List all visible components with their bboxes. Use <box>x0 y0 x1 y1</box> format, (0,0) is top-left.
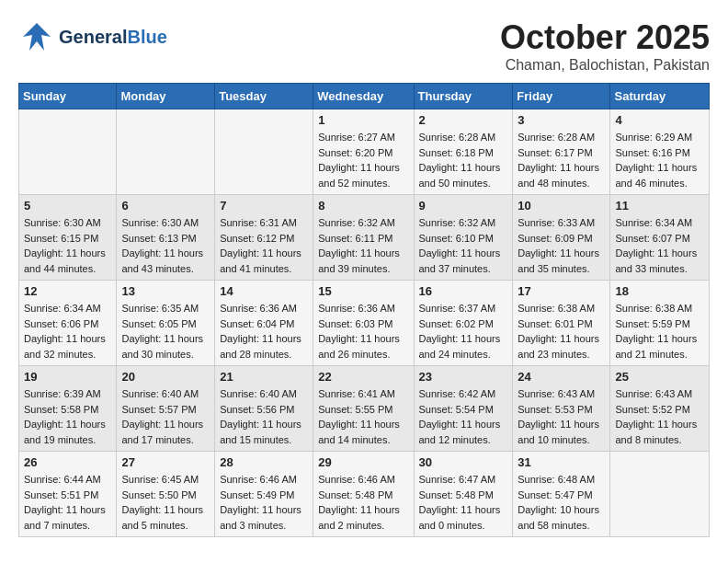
cell-info: Sunrise: 6:30 AM Sunset: 6:15 PM Dayligh… <box>24 215 111 276</box>
page-header: GeneralBlue October 2025 Chaman, Balochi… <box>18 18 710 74</box>
cell-info: Sunrise: 6:36 AM Sunset: 6:03 PM Dayligh… <box>318 301 408 362</box>
cell-info: Sunrise: 6:34 AM Sunset: 6:06 PM Dayligh… <box>24 301 111 362</box>
cell-info: Sunrise: 6:43 AM Sunset: 5:52 PM Dayligh… <box>615 386 704 447</box>
day-number: 24 <box>518 370 605 384</box>
calendar-cell: 26Sunrise: 6:44 AM Sunset: 5:51 PM Dayli… <box>19 452 117 537</box>
cell-info: Sunrise: 6:30 AM Sunset: 6:13 PM Dayligh… <box>121 215 210 276</box>
day-number: 13 <box>121 284 210 298</box>
logo: GeneralBlue <box>18 18 167 55</box>
day-number: 17 <box>518 284 605 298</box>
calendar-cell: 11Sunrise: 6:34 AM Sunset: 6:07 PM Dayli… <box>610 195 710 281</box>
day-number: 9 <box>419 199 508 213</box>
header-thursday: Thursday <box>414 84 513 109</box>
cell-info: Sunrise: 6:42 AM Sunset: 5:54 PM Dayligh… <box>419 386 508 447</box>
calendar-cell: 27Sunrise: 6:45 AM Sunset: 5:50 PM Dayli… <box>117 452 215 537</box>
cell-info: Sunrise: 6:40 AM Sunset: 5:56 PM Dayligh… <box>220 386 308 447</box>
calendar-cell: 16Sunrise: 6:37 AM Sunset: 6:02 PM Dayli… <box>414 281 513 366</box>
cell-info: Sunrise: 6:32 AM Sunset: 6:10 PM Dayligh… <box>419 215 508 276</box>
calendar-week-3: 19Sunrise: 6:39 AM Sunset: 5:58 PM Dayli… <box>19 366 710 452</box>
day-number: 23 <box>419 370 508 384</box>
day-number: 29 <box>318 455 408 469</box>
calendar-cell: 7Sunrise: 6:31 AM Sunset: 6:12 PM Daylig… <box>215 195 313 281</box>
day-number: 19 <box>24 370 111 384</box>
calendar-cell: 17Sunrise: 6:38 AM Sunset: 6:01 PM Dayli… <box>513 281 610 366</box>
calendar-cell: 3Sunrise: 6:28 AM Sunset: 6:17 PM Daylig… <box>513 109 610 195</box>
calendar-cell: 14Sunrise: 6:36 AM Sunset: 6:04 PM Dayli… <box>215 281 313 366</box>
cell-info: Sunrise: 6:46 AM Sunset: 5:49 PM Dayligh… <box>220 472 308 533</box>
day-number: 26 <box>24 455 111 469</box>
cell-info: Sunrise: 6:41 AM Sunset: 5:55 PM Dayligh… <box>318 386 408 447</box>
cell-info: Sunrise: 6:39 AM Sunset: 5:58 PM Dayligh… <box>24 386 111 447</box>
day-number: 3 <box>518 113 605 127</box>
day-number: 1 <box>318 113 408 127</box>
day-number: 30 <box>419 455 508 469</box>
day-number: 15 <box>318 284 408 298</box>
calendar-cell: 24Sunrise: 6:43 AM Sunset: 5:53 PM Dayli… <box>513 366 610 452</box>
calendar-cell: 9Sunrise: 6:32 AM Sunset: 6:10 PM Daylig… <box>414 195 513 281</box>
day-number: 21 <box>220 370 308 384</box>
day-number: 10 <box>518 199 605 213</box>
header-sunday: Sunday <box>19 84 117 109</box>
calendar-cell: 4Sunrise: 6:29 AM Sunset: 6:16 PM Daylig… <box>610 109 710 195</box>
calendar-cell: 2Sunrise: 6:28 AM Sunset: 6:18 PM Daylig… <box>414 109 513 195</box>
calendar-week-1: 5Sunrise: 6:30 AM Sunset: 6:15 PM Daylig… <box>19 195 710 281</box>
cell-info: Sunrise: 6:48 AM Sunset: 5:47 PM Dayligh… <box>518 472 605 533</box>
day-number: 25 <box>615 370 704 384</box>
cell-info: Sunrise: 6:31 AM Sunset: 6:12 PM Dayligh… <box>220 215 308 276</box>
calendar-cell: 20Sunrise: 6:40 AM Sunset: 5:57 PM Dayli… <box>117 366 215 452</box>
cell-info: Sunrise: 6:47 AM Sunset: 5:48 PM Dayligh… <box>419 472 508 533</box>
calendar-cell: 15Sunrise: 6:36 AM Sunset: 6:03 PM Dayli… <box>313 281 414 366</box>
calendar-cell: 31Sunrise: 6:48 AM Sunset: 5:47 PM Dayli… <box>513 452 610 537</box>
logo-text: GeneralBlue <box>59 27 167 47</box>
day-number: 20 <box>121 370 210 384</box>
calendar-header-row: Sunday Monday Tuesday Wednesday Thursday… <box>19 84 710 109</box>
day-number: 31 <box>518 455 605 469</box>
cell-info: Sunrise: 6:32 AM Sunset: 6:11 PM Dayligh… <box>318 215 408 276</box>
location-title: Chaman, Balochistan, Pakistan <box>500 57 710 74</box>
title-block: October 2025 Chaman, Balochistan, Pakist… <box>500 18 710 74</box>
cell-info: Sunrise: 6:28 AM Sunset: 6:17 PM Dayligh… <box>518 130 605 190</box>
calendar-cell: 21Sunrise: 6:40 AM Sunset: 5:56 PM Dayli… <box>215 366 313 452</box>
day-number: 22 <box>318 370 408 384</box>
calendar-cell: 6Sunrise: 6:30 AM Sunset: 6:13 PM Daylig… <box>117 195 215 281</box>
cell-info: Sunrise: 6:44 AM Sunset: 5:51 PM Dayligh… <box>24 472 111 533</box>
calendar-cell: 1Sunrise: 6:27 AM Sunset: 6:20 PM Daylig… <box>313 109 414 195</box>
calendar-week-2: 12Sunrise: 6:34 AM Sunset: 6:06 PM Dayli… <box>19 281 710 366</box>
cell-info: Sunrise: 6:45 AM Sunset: 5:50 PM Dayligh… <box>121 472 210 533</box>
day-number: 28 <box>220 455 308 469</box>
cell-info: Sunrise: 6:36 AM Sunset: 6:04 PM Dayligh… <box>220 301 308 362</box>
calendar-cell: 22Sunrise: 6:41 AM Sunset: 5:55 PM Dayli… <box>313 366 414 452</box>
header-wednesday: Wednesday <box>313 84 414 109</box>
day-number: 6 <box>121 199 210 213</box>
cell-info: Sunrise: 6:46 AM Sunset: 5:48 PM Dayligh… <box>318 472 408 533</box>
day-number: 12 <box>24 284 111 298</box>
svg-marker-0 <box>23 23 51 51</box>
calendar-cell: 10Sunrise: 6:33 AM Sunset: 6:09 PM Dayli… <box>513 195 610 281</box>
calendar-cell: 30Sunrise: 6:47 AM Sunset: 5:48 PM Dayli… <box>414 452 513 537</box>
cell-info: Sunrise: 6:33 AM Sunset: 6:09 PM Dayligh… <box>518 215 605 276</box>
day-number: 2 <box>419 113 508 127</box>
cell-info: Sunrise: 6:35 AM Sunset: 6:05 PM Dayligh… <box>121 301 210 362</box>
calendar-cell <box>610 452 710 537</box>
month-title: October 2025 <box>500 18 710 57</box>
day-number: 14 <box>220 284 308 298</box>
calendar-cell: 28Sunrise: 6:46 AM Sunset: 5:49 PM Dayli… <box>215 452 313 537</box>
calendar-cell: 5Sunrise: 6:30 AM Sunset: 6:15 PM Daylig… <box>19 195 117 281</box>
cell-info: Sunrise: 6:27 AM Sunset: 6:20 PM Dayligh… <box>318 130 408 190</box>
day-number: 11 <box>615 199 704 213</box>
calendar-cell: 18Sunrise: 6:38 AM Sunset: 5:59 PM Dayli… <box>610 281 710 366</box>
cell-info: Sunrise: 6:37 AM Sunset: 6:02 PM Dayligh… <box>419 301 508 362</box>
day-number: 16 <box>419 284 508 298</box>
header-saturday: Saturday <box>610 84 710 109</box>
cell-info: Sunrise: 6:43 AM Sunset: 5:53 PM Dayligh… <box>518 386 605 447</box>
calendar-table: Sunday Monday Tuesday Wednesday Thursday… <box>18 83 710 537</box>
calendar-cell: 23Sunrise: 6:42 AM Sunset: 5:54 PM Dayli… <box>414 366 513 452</box>
calendar-cell: 19Sunrise: 6:39 AM Sunset: 5:58 PM Dayli… <box>19 366 117 452</box>
header-monday: Monday <box>117 84 215 109</box>
day-number: 5 <box>24 199 111 213</box>
calendar-week-4: 26Sunrise: 6:44 AM Sunset: 5:51 PM Dayli… <box>19 452 710 537</box>
header-friday: Friday <box>513 84 610 109</box>
calendar-week-0: 1Sunrise: 6:27 AM Sunset: 6:20 PM Daylig… <box>19 109 710 195</box>
cell-info: Sunrise: 6:34 AM Sunset: 6:07 PM Dayligh… <box>615 215 704 276</box>
day-number: 18 <box>615 284 704 298</box>
